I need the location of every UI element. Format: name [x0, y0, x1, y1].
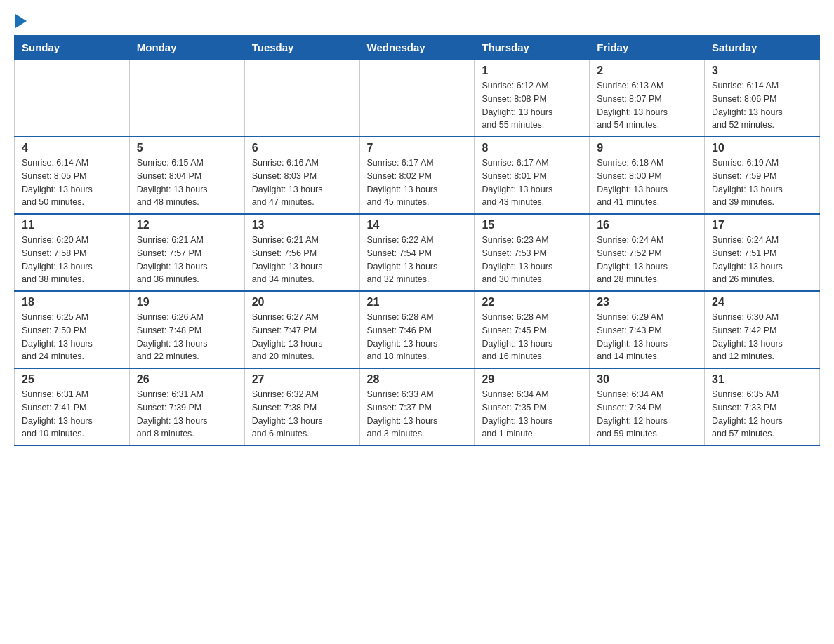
- calendar-cell: 31Sunrise: 6:35 AMSunset: 7:33 PMDayligh…: [705, 368, 820, 445]
- day-info: Sunrise: 6:15 AMSunset: 8:04 PMDaylight:…: [137, 156, 237, 209]
- calendar-week-row: 11Sunrise: 6:20 AMSunset: 7:58 PMDayligh…: [15, 214, 820, 291]
- calendar-week-row: 18Sunrise: 6:25 AMSunset: 7:50 PMDayligh…: [15, 291, 820, 368]
- day-number: 28: [367, 373, 468, 386]
- calendar-cell: 18Sunrise: 6:25 AMSunset: 7:50 PMDayligh…: [15, 291, 130, 368]
- calendar-cell: 10Sunrise: 6:19 AMSunset: 7:59 PMDayligh…: [705, 137, 820, 214]
- calendar-cell: 26Sunrise: 6:31 AMSunset: 7:39 PMDayligh…: [129, 368, 244, 445]
- day-number: 3: [712, 65, 812, 77]
- day-info: Sunrise: 6:24 AMSunset: 7:51 PMDaylight:…: [712, 234, 812, 286]
- day-info: Sunrise: 6:26 AMSunset: 7:48 PMDaylight:…: [137, 311, 237, 363]
- calendar-header-friday: Friday: [590, 36, 705, 60]
- calendar-cell: 17Sunrise: 6:24 AMSunset: 7:51 PMDayligh…: [705, 214, 820, 291]
- calendar-cell: 4Sunrise: 6:14 AMSunset: 8:05 PMDaylight…: [15, 137, 130, 214]
- calendar-cell: 20Sunrise: 6:27 AMSunset: 7:47 PMDayligh…: [244, 291, 359, 368]
- calendar-header-saturday: Saturday: [705, 36, 820, 60]
- calendar-cell: 27Sunrise: 6:32 AMSunset: 7:38 PMDayligh…: [244, 368, 359, 445]
- calendar-cell: 15Sunrise: 6:23 AMSunset: 7:53 PMDayligh…: [475, 214, 590, 291]
- calendar-header-thursday: Thursday: [475, 36, 590, 60]
- calendar-header-wednesday: Wednesday: [359, 36, 475, 60]
- day-number: 11: [22, 219, 122, 232]
- calendar-cell: [15, 60, 130, 137]
- calendar-header-sunday: Sunday: [15, 36, 130, 60]
- calendar-cell: [129, 60, 244, 137]
- calendar-cell: 7Sunrise: 6:17 AMSunset: 8:02 PMDaylight…: [359, 137, 475, 214]
- calendar-cell: 23Sunrise: 6:29 AMSunset: 7:43 PMDayligh…: [590, 291, 705, 368]
- day-info: Sunrise: 6:13 AMSunset: 8:07 PMDaylight:…: [597, 79, 697, 132]
- calendar-cell: 16Sunrise: 6:24 AMSunset: 7:52 PMDayligh…: [590, 214, 705, 291]
- day-number: 15: [482, 219, 582, 232]
- day-info: Sunrise: 6:33 AMSunset: 7:37 PMDaylight:…: [367, 388, 468, 441]
- calendar-header-tuesday: Tuesday: [244, 36, 359, 60]
- day-number: 12: [137, 219, 237, 232]
- calendar-header-row: SundayMondayTuesdayWednesdayThursdayFrid…: [15, 36, 820, 60]
- day-info: Sunrise: 6:31 AMSunset: 7:41 PMDaylight:…: [22, 388, 122, 441]
- page-header: [14, 14, 820, 28]
- day-number: 24: [712, 296, 812, 309]
- day-info: Sunrise: 6:34 AMSunset: 7:35 PMDaylight:…: [482, 388, 582, 441]
- day-number: 17: [712, 219, 812, 232]
- day-info: Sunrise: 6:23 AMSunset: 7:53 PMDaylight:…: [482, 234, 582, 286]
- day-info: Sunrise: 6:12 AMSunset: 8:08 PMDaylight:…: [482, 79, 582, 132]
- day-info: Sunrise: 6:35 AMSunset: 7:33 PMDaylight:…: [712, 388, 812, 441]
- day-number: 9: [597, 142, 697, 154]
- calendar-cell: 11Sunrise: 6:20 AMSunset: 7:58 PMDayligh…: [15, 214, 130, 291]
- calendar-week-row: 1Sunrise: 6:12 AMSunset: 8:08 PMDaylight…: [15, 60, 820, 137]
- day-info: Sunrise: 6:17 AMSunset: 8:01 PMDaylight:…: [482, 156, 582, 209]
- calendar-cell: 3Sunrise: 6:14 AMSunset: 8:06 PMDaylight…: [705, 60, 820, 137]
- day-number: 4: [22, 142, 122, 154]
- calendar-cell: 5Sunrise: 6:15 AMSunset: 8:04 PMDaylight…: [129, 137, 244, 214]
- day-info: Sunrise: 6:14 AMSunset: 8:06 PMDaylight:…: [712, 79, 812, 132]
- day-number: 29: [482, 373, 582, 386]
- calendar-cell: [359, 60, 475, 137]
- day-info: Sunrise: 6:27 AMSunset: 7:47 PMDaylight:…: [252, 311, 352, 363]
- calendar-cell: 30Sunrise: 6:34 AMSunset: 7:34 PMDayligh…: [590, 368, 705, 445]
- day-info: Sunrise: 6:21 AMSunset: 7:57 PMDaylight:…: [137, 234, 237, 286]
- day-number: 6: [252, 142, 352, 154]
- calendar-cell: 29Sunrise: 6:34 AMSunset: 7:35 PMDayligh…: [475, 368, 590, 445]
- day-info: Sunrise: 6:30 AMSunset: 7:42 PMDaylight:…: [712, 311, 812, 363]
- day-info: Sunrise: 6:19 AMSunset: 7:59 PMDaylight:…: [712, 156, 812, 209]
- calendar-cell: 8Sunrise: 6:17 AMSunset: 8:01 PMDaylight…: [475, 137, 590, 214]
- calendar-cell: 25Sunrise: 6:31 AMSunset: 7:41 PMDayligh…: [15, 368, 130, 445]
- calendar-cell: 13Sunrise: 6:21 AMSunset: 7:56 PMDayligh…: [244, 214, 359, 291]
- calendar-cell: 14Sunrise: 6:22 AMSunset: 7:54 PMDayligh…: [359, 214, 475, 291]
- day-number: 27: [252, 373, 352, 386]
- day-number: 26: [137, 373, 237, 386]
- day-number: 23: [597, 296, 697, 309]
- day-number: 19: [137, 296, 237, 309]
- day-info: Sunrise: 6:21 AMSunset: 7:56 PMDaylight:…: [252, 234, 352, 286]
- day-number: 13: [252, 219, 352, 232]
- calendar-cell: 12Sunrise: 6:21 AMSunset: 7:57 PMDayligh…: [129, 214, 244, 291]
- day-info: Sunrise: 6:18 AMSunset: 8:00 PMDaylight:…: [597, 156, 697, 209]
- day-number: 1: [482, 65, 582, 77]
- day-number: 2: [597, 65, 697, 77]
- day-info: Sunrise: 6:22 AMSunset: 7:54 PMDaylight:…: [367, 234, 468, 286]
- day-info: Sunrise: 6:20 AMSunset: 7:58 PMDaylight:…: [22, 234, 122, 286]
- calendar-table: SundayMondayTuesdayWednesdayThursdayFrid…: [14, 35, 820, 446]
- calendar-cell: 6Sunrise: 6:16 AMSunset: 8:03 PMDaylight…: [244, 137, 359, 214]
- day-number: 22: [482, 296, 582, 309]
- day-number: 5: [137, 142, 237, 154]
- calendar-cell: 9Sunrise: 6:18 AMSunset: 8:00 PMDaylight…: [590, 137, 705, 214]
- day-number: 7: [367, 142, 468, 154]
- day-info: Sunrise: 6:28 AMSunset: 7:46 PMDaylight:…: [367, 311, 468, 363]
- day-number: 16: [597, 219, 697, 232]
- day-info: Sunrise: 6:17 AMSunset: 8:02 PMDaylight:…: [367, 156, 468, 209]
- calendar-cell: 19Sunrise: 6:26 AMSunset: 7:48 PMDayligh…: [129, 291, 244, 368]
- calendar-cell: 22Sunrise: 6:28 AMSunset: 7:45 PMDayligh…: [475, 291, 590, 368]
- day-number: 20: [252, 296, 352, 309]
- calendar-week-row: 25Sunrise: 6:31 AMSunset: 7:41 PMDayligh…: [15, 368, 820, 445]
- day-info: Sunrise: 6:24 AMSunset: 7:52 PMDaylight:…: [597, 234, 697, 286]
- calendar-cell: 28Sunrise: 6:33 AMSunset: 7:37 PMDayligh…: [359, 368, 475, 445]
- day-number: 18: [22, 296, 122, 309]
- calendar-cell: [244, 60, 359, 137]
- day-info: Sunrise: 6:29 AMSunset: 7:43 PMDaylight:…: [597, 311, 697, 363]
- day-number: 21: [367, 296, 468, 309]
- logo-arrow-icon: [15, 14, 27, 28]
- calendar-cell: 21Sunrise: 6:28 AMSunset: 7:46 PMDayligh…: [359, 291, 475, 368]
- calendar-header-monday: Monday: [129, 36, 244, 60]
- day-info: Sunrise: 6:25 AMSunset: 7:50 PMDaylight:…: [22, 311, 122, 363]
- day-info: Sunrise: 6:31 AMSunset: 7:39 PMDaylight:…: [137, 388, 237, 441]
- day-info: Sunrise: 6:34 AMSunset: 7:34 PMDaylight:…: [597, 388, 697, 441]
- day-number: 30: [597, 373, 697, 386]
